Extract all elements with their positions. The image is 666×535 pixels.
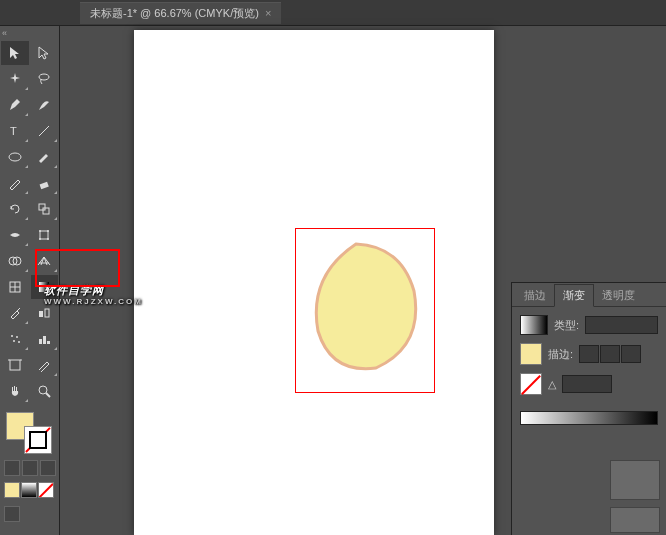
gradient-preview[interactable] [520, 315, 548, 335]
color-swatch-1[interactable] [4, 482, 20, 498]
draw-mode-group [0, 460, 59, 476]
svg-point-11 [47, 238, 49, 240]
tab-opacity[interactable]: 透明度 [594, 285, 643, 306]
svg-rect-5 [39, 204, 45, 210]
selection-tool[interactable] [1, 41, 29, 65]
svg-rect-7 [40, 231, 48, 239]
svg-text:T: T [10, 125, 17, 137]
svg-rect-6 [43, 208, 49, 214]
svg-point-23 [18, 341, 20, 343]
document-tab[interactable]: 未标题-1* @ 66.67% (CMYK/预览) × [80, 2, 281, 24]
svg-rect-18 [39, 311, 43, 317]
watermark: 软件自学网 WWW.RJZXW.COM [44, 276, 143, 306]
svg-point-20 [11, 335, 13, 337]
document-tab-bar: 未标题-1* @ 66.67% (CMYK/预览) × [0, 0, 666, 26]
gradient-slider[interactable] [520, 411, 658, 425]
svg-point-9 [47, 230, 49, 232]
none-preview[interactable] [520, 373, 542, 395]
free-transform-tool[interactable] [31, 223, 59, 247]
ellipse-tool[interactable] [1, 145, 29, 169]
scale-tool[interactable] [31, 197, 59, 221]
stroke-label: 描边: [548, 347, 573, 362]
magic-wand-tool[interactable] [1, 67, 29, 91]
lasso-tool[interactable] [31, 67, 59, 91]
fill-preview[interactable] [520, 343, 542, 365]
mesh-tool[interactable] [1, 275, 29, 299]
delta-label: △ [548, 378, 556, 391]
type-label: 类型: [554, 318, 579, 333]
eraser-tool[interactable] [31, 171, 59, 195]
svg-point-8 [39, 230, 41, 232]
svg-rect-26 [47, 341, 50, 344]
line-tool[interactable] [31, 119, 59, 143]
angle-field[interactable] [562, 375, 612, 393]
stroke-btn-2[interactable] [600, 345, 620, 363]
screen-mode[interactable] [4, 506, 20, 522]
svg-point-3 [9, 153, 21, 161]
color-swatch-none[interactable] [38, 482, 54, 498]
color-mode-row [0, 482, 59, 498]
rotate-tool[interactable] [1, 197, 29, 221]
artboard-tool[interactable] [1, 353, 29, 377]
close-icon[interactable]: × [265, 7, 271, 19]
pencil-tool[interactable] [1, 171, 29, 195]
draw-normal[interactable] [4, 460, 20, 476]
watermark-main: 软件自学网 [44, 284, 104, 296]
svg-line-2 [39, 126, 49, 136]
svg-line-31 [46, 393, 50, 397]
slice-tool[interactable] [31, 353, 59, 377]
type-dropdown[interactable] [585, 316, 658, 334]
shape-object[interactable] [306, 236, 426, 376]
draw-behind[interactable] [22, 460, 38, 476]
column-graph-tool[interactable] [31, 327, 59, 351]
tab-stroke[interactable]: 描边 [516, 285, 554, 306]
toolbox-collapse[interactable] [0, 30, 59, 40]
svg-rect-19 [45, 309, 49, 317]
perspective-grid-tool[interactable] [31, 249, 59, 273]
stroke-btn-3[interactable] [621, 345, 641, 363]
svg-rect-27 [10, 360, 20, 370]
svg-rect-25 [43, 336, 46, 344]
stroke-btn-1[interactable] [579, 345, 599, 363]
panel-tabs: 描边 渐变 透明度 [512, 283, 666, 307]
shape-builder-tool[interactable] [1, 249, 29, 273]
gradient-stop-opacity[interactable] [610, 507, 660, 533]
width-tool[interactable] [1, 223, 29, 247]
svg-point-21 [16, 336, 18, 338]
svg-point-22 [13, 340, 15, 342]
color-swatch-2[interactable] [21, 482, 37, 498]
type-tool[interactable]: T [1, 119, 29, 143]
stroke-color-swatch[interactable] [24, 426, 52, 454]
zoom-tool[interactable] [31, 379, 59, 403]
fill-stroke-section [0, 412, 59, 454]
paintbrush-tool[interactable] [31, 145, 59, 169]
symbol-sprayer-tool[interactable] [1, 327, 29, 351]
svg-rect-4 [40, 182, 49, 189]
eyedropper-tool[interactable] [1, 301, 29, 325]
tab-title: 未标题-1* @ 66.67% (CMYK/预览) [90, 6, 259, 21]
svg-point-30 [39, 386, 47, 394]
pen-tool[interactable] [1, 93, 29, 117]
panel-body: 类型: 描边: △ [512, 307, 666, 433]
gradient-stop-color[interactable] [610, 460, 660, 500]
hand-tool[interactable] [1, 379, 29, 403]
tab-gradient[interactable]: 渐变 [554, 284, 594, 307]
direct-selection-tool[interactable] [31, 41, 59, 65]
curvature-tool[interactable] [31, 93, 59, 117]
svg-point-10 [39, 238, 41, 240]
gradient-panel: 描边 渐变 透明度 类型: 描边: △ [511, 282, 666, 535]
watermark-sub: WWW.RJZXW.COM [44, 297, 143, 306]
draw-inside[interactable] [40, 460, 56, 476]
artboard [134, 30, 494, 535]
svg-rect-24 [39, 339, 42, 344]
